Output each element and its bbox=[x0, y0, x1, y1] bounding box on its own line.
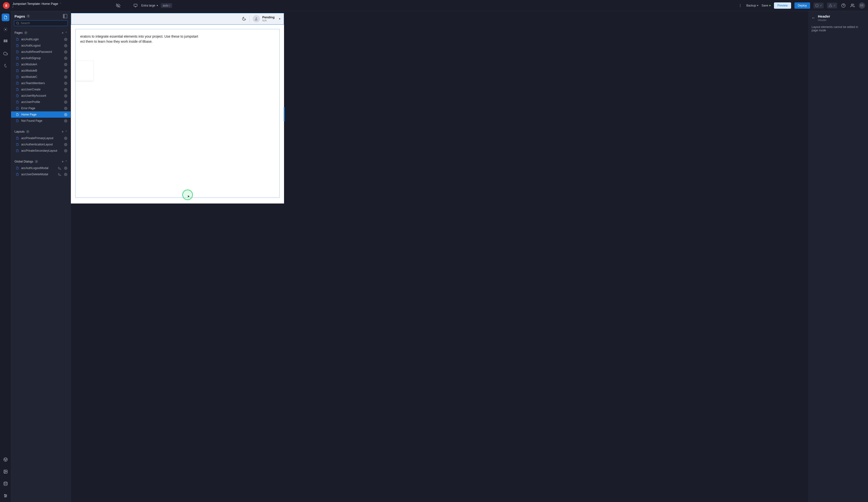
help-icon[interactable]: ? bbox=[27, 14, 30, 18]
gear-icon[interactable] bbox=[64, 82, 67, 85]
dialog-item-label: accAuthLogoutModal bbox=[21, 166, 56, 170]
svg-rect-18 bbox=[6, 41, 7, 42]
card-placeholder[interactable] bbox=[75, 61, 93, 81]
add-layout-icon[interactable]: + bbox=[62, 130, 64, 134]
svg-point-3 bbox=[740, 4, 740, 4]
rail-functions-icon[interactable]: fx bbox=[2, 62, 9, 70]
search-input-wrapper[interactable] bbox=[14, 20, 68, 26]
gear-icon[interactable] bbox=[64, 94, 67, 98]
rail-assets-icon[interactable] bbox=[2, 468, 9, 475]
gear-icon[interactable] bbox=[64, 119, 67, 123]
page-item[interactable]: Error Page bbox=[11, 105, 71, 111]
gear-icon[interactable] bbox=[64, 50, 67, 53]
canvas-header[interactable]: Pending N/A ▾ bbox=[71, 13, 284, 24]
visibility-off-icon[interactable] bbox=[58, 167, 61, 170]
viewport-size-dropdown[interactable]: Extra large ▾ bbox=[141, 4, 158, 7]
gear-icon[interactable] bbox=[64, 63, 67, 66]
gear-icon[interactable] bbox=[64, 44, 67, 47]
help-icon[interactable]: ? bbox=[24, 31, 28, 34]
page-item[interactable]: accModuleB bbox=[11, 68, 71, 74]
collapse-icon[interactable]: ⌃ bbox=[65, 31, 67, 34]
preview-button[interactable]: Preview bbox=[774, 2, 791, 9]
rail-cloud-icon[interactable] bbox=[2, 50, 9, 58]
page-item-label: accModuleC bbox=[21, 75, 62, 79]
user-status-chip[interactable]: Pending N/A ▾ bbox=[253, 15, 280, 22]
file-icon bbox=[16, 50, 19, 53]
page-item[interactable]: Home Page bbox=[11, 111, 71, 118]
deploy-button[interactable]: Deploy bbox=[794, 2, 810, 9]
monitor-icon[interactable] bbox=[133, 3, 138, 8]
file-icon bbox=[16, 101, 19, 103]
page-item[interactable]: accModuleC bbox=[11, 74, 71, 80]
gear-icon[interactable] bbox=[64, 167, 67, 170]
page-item[interactable]: accUserCreate bbox=[11, 86, 71, 93]
gear-icon[interactable] bbox=[64, 107, 67, 110]
dialog-item[interactable]: accAuthLogoutModal bbox=[11, 165, 71, 171]
brand-logo[interactable]: 8 bbox=[3, 2, 10, 9]
rail-settings-icon[interactable] bbox=[2, 492, 9, 500]
layout-item-label: accPrivateSecondaryLayout bbox=[21, 149, 62, 152]
page-item[interactable]: accModuleA bbox=[11, 61, 71, 68]
save-button[interactable]: Save bbox=[762, 4, 771, 7]
gear-icon[interactable] bbox=[64, 149, 67, 152]
gear-icon[interactable] bbox=[64, 113, 67, 116]
gear-icon[interactable] bbox=[64, 143, 67, 146]
dark-mode-toggle-icon[interactable] bbox=[241, 16, 247, 21]
backup-button[interactable]: Backup ▾ bbox=[746, 4, 758, 7]
search-icon bbox=[16, 22, 19, 25]
visibility-off-icon[interactable] bbox=[58, 173, 61, 176]
help-icon[interactable] bbox=[840, 3, 846, 8]
collapse-icon[interactable]: ⌃ bbox=[65, 130, 67, 133]
dialogs-list: accAuthLogoutModalaccUserDeleteModal bbox=[11, 165, 71, 177]
layout-item[interactable]: accPrivatePrimaryLayout bbox=[11, 135, 71, 141]
panel-layout-icon[interactable] bbox=[63, 14, 67, 18]
gear-icon[interactable] bbox=[64, 69, 67, 72]
gear-icon[interactable] bbox=[64, 137, 67, 140]
gear-icon[interactable] bbox=[64, 173, 67, 176]
help-icon[interactable]: ? bbox=[26, 130, 29, 133]
dialog-item[interactable]: accUserDeleteModal bbox=[11, 171, 71, 177]
gear-icon[interactable] bbox=[64, 57, 67, 60]
more-vertical-icon[interactable] bbox=[737, 3, 743, 8]
page-item[interactable]: accAuthLogout bbox=[11, 42, 71, 49]
layout-item[interactable]: accAuthenticationLayout bbox=[11, 141, 71, 147]
collapse-icon[interactable]: ⌃ bbox=[65, 160, 67, 163]
gear-icon[interactable] bbox=[64, 75, 67, 79]
page-item[interactable]: accUserMyAccount bbox=[11, 93, 71, 99]
share-users-icon[interactable] bbox=[850, 3, 856, 8]
page-item[interactable]: accAuthResetPassword bbox=[11, 49, 71, 55]
gear-icon[interactable] bbox=[64, 38, 67, 41]
add-dialog-icon[interactable]: + bbox=[62, 160, 64, 163]
zoom-auto-control[interactable]: auto ▴▾ bbox=[161, 3, 172, 8]
left-rail: fx bbox=[0, 11, 11, 502]
visibility-off-icon[interactable] bbox=[115, 3, 121, 8]
user-avatar[interactable]: EE bbox=[859, 2, 865, 9]
rail-components-icon[interactable] bbox=[2, 38, 9, 45]
rail-pages-icon[interactable] bbox=[2, 13, 9, 21]
page-item[interactable]: accUserProfile bbox=[11, 99, 71, 105]
layout-item[interactable]: accPrivateSecondaryLayout bbox=[11, 147, 71, 154]
rail-theme-icon[interactable] bbox=[2, 456, 9, 463]
canvas-body[interactable]: erators to integrate essential elements … bbox=[71, 24, 284, 202]
page-title-block[interactable]: Jumpstart Template: Home Page ⌃ / bbox=[12, 2, 61, 9]
gear-icon[interactable] bbox=[64, 88, 67, 91]
page-item[interactable]: Not Found Page bbox=[11, 118, 71, 124]
status-info-pill[interactable]: ✓ bbox=[814, 3, 824, 8]
resize-handle[interactable] bbox=[284, 107, 285, 122]
back-arrow-icon[interactable]: ← bbox=[812, 16, 815, 20]
rail-state-icon[interactable] bbox=[2, 25, 9, 33]
user-substatus-label: N/A bbox=[262, 19, 275, 22]
add-page-icon[interactable]: + bbox=[62, 31, 64, 35]
status-warning-pill[interactable]: ✓ bbox=[827, 3, 837, 8]
content-container[interactable]: erators to integrate essential elements … bbox=[75, 29, 280, 198]
canvas-page[interactable]: Pending N/A ▾ erators to integrate essen… bbox=[71, 13, 284, 204]
search-input[interactable] bbox=[21, 21, 65, 25]
page-item[interactable]: accAuthLogin bbox=[11, 36, 71, 42]
page-item[interactable]: accTeamMembers bbox=[11, 80, 71, 86]
warning-icon bbox=[828, 3, 832, 8]
gear-icon[interactable] bbox=[64, 101, 67, 104]
canvas-zone[interactable]: Pending N/A ▾ erators to integrate essen… bbox=[71, 11, 808, 502]
help-icon[interactable]: ? bbox=[35, 160, 38, 163]
rail-data-icon[interactable] bbox=[2, 480, 9, 488]
page-item[interactable]: accAuthSignup bbox=[11, 55, 71, 61]
